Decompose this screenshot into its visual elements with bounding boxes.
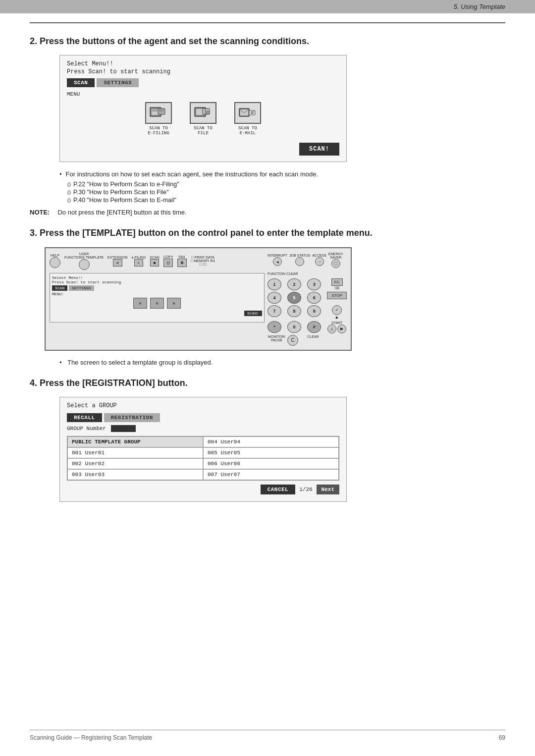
panel-icon-2: ▤ xyxy=(150,298,164,309)
start-section: START △ ▶ xyxy=(327,321,347,333)
template-row-0-right[interactable]: 004 User04 xyxy=(203,436,339,447)
start-right[interactable]: ▶ xyxy=(337,324,346,333)
tab-settings[interactable]: SETTINGS xyxy=(97,78,139,87)
template-row-3-right[interactable]: 007 User07 xyxy=(203,469,339,480)
panel-top-row: HELP USER FUNCTIONS TEMPLATE EXTENSION ⇄… xyxy=(50,252,265,270)
tab-recall[interactable]: RECALL xyxy=(67,413,102,422)
scan-panel-button[interactable]: ■ xyxy=(150,259,160,267)
panel-screen-tab-settings: SETTINGS xyxy=(69,285,94,291)
clear-label-right: CLEAR xyxy=(307,335,325,346)
stop-button[interactable]: STOP xyxy=(327,292,347,299)
fc-button[interactable]: FC xyxy=(331,278,343,286)
page-ref-icon-3: ⎙ xyxy=(67,197,71,203)
numpad-8[interactable]: 8 xyxy=(287,305,301,317)
scan-to-file-svg xyxy=(194,105,213,121)
template-row-2-right[interactable]: 006 User06 xyxy=(203,458,339,469)
copy-group: COPY ◫ xyxy=(163,255,173,267)
tab-scan[interactable]: SCAN xyxy=(67,78,95,87)
scan-button[interactable]: SCAN! xyxy=(299,143,339,156)
extension-button[interactable]: ⇄ xyxy=(113,259,122,267)
fax-button[interactable]: ☎ xyxy=(177,259,187,267)
numpad-4[interactable]: 4 xyxy=(268,292,281,304)
efiling-group: e-FILING ↖ xyxy=(132,256,146,267)
header-bar: 5. Using Template xyxy=(0,0,535,13)
bullet-main-text: For instructions on how to set each scan… xyxy=(66,170,318,179)
access-label: ACCESS xyxy=(312,254,326,257)
access-group: ACCESS → xyxy=(312,254,326,266)
scanner-ui-title: Select Menu!! xyxy=(67,60,339,67)
bullet-section-step2: • For instructions on how to set each sc… xyxy=(59,170,505,204)
numpad-7[interactable]: 7 xyxy=(268,305,281,317)
efiling-label: e-FILING xyxy=(132,256,146,259)
efiling-button[interactable]: ↖ xyxy=(134,259,144,267)
numpad-5[interactable]: 5 xyxy=(287,292,301,304)
print-data-label: □ PRINT DATA □ MEMORY RX □ □□ xyxy=(191,256,215,266)
scan-to-file-icon-item: SCAN TO FILE xyxy=(186,102,220,136)
note-line: NOTE: Do not press the [ENTER] button at… xyxy=(30,209,505,216)
help-button[interactable] xyxy=(50,257,60,268)
numpad-9[interactable]: 9 xyxy=(307,305,321,317)
numpad-3[interactable]: 3 xyxy=(307,278,321,290)
cancel-button[interactable]: CANCEL xyxy=(261,485,296,494)
step2-title: Press the buttons of the agent and set t… xyxy=(40,36,309,46)
interrupt-button[interactable]: ◀ xyxy=(273,257,282,266)
numpad-hash[interactable]: # xyxy=(307,321,321,333)
user-functions-button[interactable] xyxy=(79,259,90,270)
step4-bottom: CANCEL 1/26 Next xyxy=(67,485,339,494)
template-row-0-left[interactable]: PUBLIC TEMPLATE GROUP xyxy=(67,436,203,447)
check-button[interactable]: ✓ xyxy=(332,305,342,315)
page-ref-icon-1: ⎙ xyxy=(67,181,71,187)
bullet-main-item: • For instructions on how to set each sc… xyxy=(59,170,505,179)
scan-to-efiling-icon-item: SCAN TO E-FILING xyxy=(141,102,176,136)
bullet-dot: • xyxy=(59,170,62,178)
c-button[interactable]: C xyxy=(287,335,298,346)
start-label: START xyxy=(331,321,342,324)
step4-title: Press the [REGISTRATION] button. xyxy=(40,378,188,388)
scan-to-file-label: SCAN TO FILE xyxy=(194,126,213,136)
template-row-1-right[interactable]: 005 User05 xyxy=(203,447,339,458)
footer-left: Scanning Guide — Registering Scan Templa… xyxy=(30,734,152,741)
function-clear-label: FUNCTION CLEAR xyxy=(268,272,298,275)
svg-rect-6 xyxy=(159,111,163,112)
scan-to-file-box xyxy=(190,102,216,124)
step3-number: 3. xyxy=(30,228,37,238)
scanner-icons-row: SCAN TO E-FILING SCAN TO FILE xyxy=(67,102,339,136)
job-status-button[interactable] xyxy=(295,257,304,266)
numpad-2[interactable]: 2 xyxy=(287,278,301,290)
panel-screen-title: Select Menu!! xyxy=(52,275,262,280)
start-left[interactable]: △ xyxy=(327,324,336,333)
numpad-0[interactable]: 0 xyxy=(287,321,301,333)
numpad-6[interactable]: 6 xyxy=(307,292,321,304)
template-row-2-left[interactable]: 002 User02 xyxy=(67,458,203,469)
tab-registration[interactable]: REGISTRATION xyxy=(104,413,160,422)
copy-button[interactable]: ◫ xyxy=(163,259,173,267)
scanner-ui-step2: Select Menu!! Press Scan! to start scann… xyxy=(59,55,347,162)
template-row-3-left[interactable]: 003 User03 xyxy=(67,469,203,480)
panel-screen: Select Menu!! Press Scan! to start scann… xyxy=(50,273,265,323)
group-number-row: GROUP Number xyxy=(67,425,339,432)
note-label: NOTE: xyxy=(30,209,50,216)
copy-label: COPY xyxy=(163,255,173,259)
template-row-1-left[interactable]: 001 User01 xyxy=(67,447,203,458)
group-number-box xyxy=(111,425,136,432)
panel-icon-1: ▤ xyxy=(133,298,147,309)
step3-screen-text: The screen to select a template group is… xyxy=(67,359,213,366)
footer: Scanning Guide — Registering Scan Templa… xyxy=(30,730,505,741)
main-content: 2. Press the buttons of the agent and se… xyxy=(0,23,535,522)
step4-number: 4. xyxy=(30,378,37,388)
page-ref-3: ⎙ P.40 "How to Perform Scan to E-mail" xyxy=(67,197,505,204)
access-button[interactable]: → xyxy=(315,257,324,266)
job-status-label: JOB STATUS xyxy=(289,254,310,257)
scan-group: SCAN ■ xyxy=(150,256,159,267)
numpad-star[interactable]: * xyxy=(268,321,281,333)
next-button[interactable]: Next xyxy=(317,485,339,494)
page-ref-2: ⎙ P.30 "How to Perform Scan to File" xyxy=(67,189,505,196)
page-ref-icon-2: ⎙ xyxy=(67,189,71,195)
user-functions-group: USER FUNCTIONS TEMPLATE xyxy=(64,252,104,270)
fc-icon: ⌫ xyxy=(334,286,339,290)
panel-left: HELP USER FUNCTIONS TEMPLATE EXTENSION ⇄… xyxy=(50,252,265,346)
energy-saver-button[interactable]: ◯ xyxy=(331,259,340,268)
group-number-label: GROUP Number xyxy=(67,426,106,432)
numpad-1[interactable]: 1 xyxy=(268,278,281,290)
page-ref-text-3: P.40 "How to Perform Scan to E-mail" xyxy=(73,197,176,204)
